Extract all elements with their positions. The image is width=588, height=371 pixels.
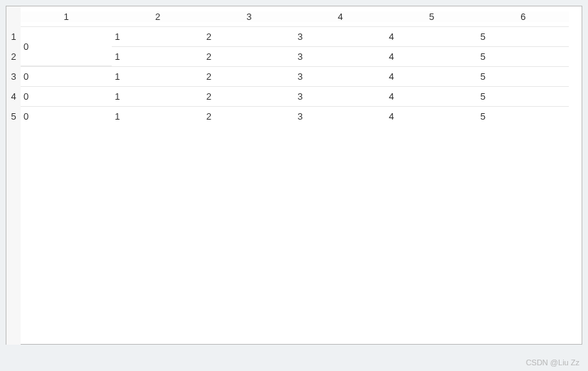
cell[interactable]: 5 [478, 86, 569, 106]
cell[interactable]: 2 [204, 26, 295, 46]
cell[interactable]: 3 [295, 66, 386, 86]
col-header-1[interactable]: 1 [21, 11, 112, 22]
cell[interactable]: 3 [295, 86, 386, 106]
cell[interactable]: 4 [386, 86, 477, 106]
cell[interactable]: 3 [295, 46, 386, 66]
table-row: 5 0 1 2 3 4 5 [6, 106, 582, 126]
cell-spacer [569, 26, 582, 46]
data-rows: 1 1 2 3 4 5 2 1 2 3 4 5 0 3 [6, 26, 582, 126]
row-header-3[interactable]: 3 [6, 66, 21, 86]
cell[interactable]: 1 [112, 46, 203, 66]
col-header-5[interactable]: 5 [386, 11, 477, 22]
cell[interactable]: 2 [204, 46, 295, 66]
cell[interactable]: 5 [478, 106, 569, 126]
cell[interactable]: 3 [295, 26, 386, 46]
cell[interactable]: 1 [112, 106, 203, 126]
cell-spacer [569, 106, 582, 126]
spreadsheet-panel: 1 2 3 4 5 6 1 1 2 3 4 5 2 1 2 [6, 6, 582, 345]
row-header-5[interactable]: 5 [6, 106, 21, 126]
watermark: CSDN @Liu Zz [526, 358, 579, 367]
col-header-4[interactable]: 4 [295, 11, 386, 22]
grid-area: 1 2 3 4 5 6 1 1 2 3 4 5 2 1 2 [6, 6, 582, 126]
cell[interactable]: 0 [21, 106, 112, 126]
col-header-6[interactable]: 6 [478, 11, 569, 22]
table-row: 4 0 1 2 3 4 5 [6, 86, 582, 106]
row-header-4[interactable]: 4 [6, 86, 21, 106]
cell-spacer [569, 86, 582, 106]
cell[interactable]: 0 [21, 66, 112, 86]
cell[interactable]: 2 [204, 106, 295, 126]
cell[interactable]: 5 [478, 66, 569, 86]
cell[interactable]: 5 [478, 26, 569, 46]
cell[interactable]: 5 [478, 46, 569, 66]
column-header-row: 1 2 3 4 5 6 [6, 6, 582, 26]
cell[interactable]: 2 [204, 66, 295, 86]
cell[interactable]: 4 [386, 66, 477, 86]
cell[interactable]: 1 [112, 86, 203, 106]
table-row: 3 0 1 2 3 4 5 [6, 66, 582, 86]
cell[interactable]: 3 [295, 106, 386, 126]
merged-cell[interactable]: 0 [21, 26, 112, 66]
cell-spacer [569, 46, 582, 66]
col-header-3[interactable]: 3 [204, 11, 295, 22]
cell[interactable]: 2 [204, 86, 295, 106]
cell[interactable]: 4 [386, 46, 477, 66]
cell[interactable]: 4 [386, 26, 477, 46]
cell-spacer [569, 66, 582, 86]
cell[interactable]: 1 [112, 26, 203, 46]
row-header-2[interactable]: 2 [6, 46, 21, 66]
cell[interactable]: 0 [21, 86, 112, 106]
cell[interactable]: 1 [112, 66, 203, 86]
row-header-1[interactable]: 1 [6, 26, 21, 46]
cell[interactable]: 4 [386, 106, 477, 126]
col-header-2[interactable]: 2 [112, 11, 203, 22]
